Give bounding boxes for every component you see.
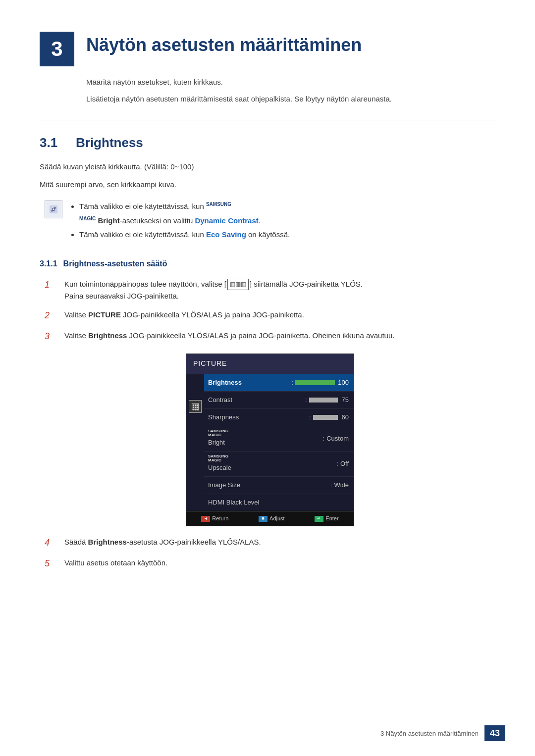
step-num-4: 4 [45, 536, 59, 550]
contrast-bar [309, 398, 338, 403]
chapter-desc2: Lisätietoja näytön asetusten määrittämis… [86, 93, 495, 105]
subsection-311-header: 3.1.1 Brightness-asetusten säätö [40, 257, 495, 270]
brightness-bar [295, 380, 335, 385]
svg-rect-2 [193, 404, 194, 406]
adjust-label: Adjust [269, 514, 285, 523]
dynamic-contrast-link[interactable]: Dynamic Contrast [195, 216, 258, 225]
chapter-header: 3 Näytön asetusten määrittäminen [40, 30, 495, 66]
eco-saving-link[interactable]: Eco Saving [206, 230, 246, 239]
para2: Mitä suurempi arvo, sen kirkkaampi kuva. [40, 178, 495, 191]
jog-symbol: ▥▥▥ [227, 279, 249, 290]
menu-value-sharpness: 60 [313, 412, 349, 423]
step-2: 2 Valitse PICTURE JOG-painikkeella YLÖS/… [45, 309, 495, 323]
adjust-icon: ■ [259, 516, 268, 522]
step-num-3: 3 [45, 329, 59, 344]
menu-item-sharpness: Sharpness : 60 [204, 409, 354, 426]
chapter-title: Näytön asetusten määrittäminen [86, 35, 362, 55]
menu-item-magic-bright: SAMSUNGMAGIC Bright : Custom [204, 426, 354, 452]
return-label: Return [212, 514, 228, 523]
menu-label-brightness: Brightness [208, 377, 289, 388]
picture-menu-wrapper: PICTURE [45, 353, 495, 526]
svg-rect-7 [197, 406, 199, 408]
steps-list: 1 Kun toimintonäppäinopas tulee näyttöön… [45, 278, 495, 571]
footer-btn-return: ◄ Return [201, 514, 228, 523]
step-text-5: Valittu asetus otetaan käyttöön. [64, 557, 495, 569]
svg-rect-8 [193, 409, 194, 410]
step-text-2: Valitse PICTURE JOG-painikkeella YLÖS/AL… [64, 309, 495, 321]
note-item-2: Tämä valikko ei ole käytettävissä, kun E… [79, 228, 290, 242]
step-5: 5 Valittu asetus otetaan käyttöön. [45, 557, 495, 571]
picture-menu-left [186, 374, 204, 511]
footer-page-number: 43 [484, 725, 505, 741]
menu-label-image-size: Image Size [208, 480, 328, 491]
picture-menu-body: Brightness : 100 [186, 374, 354, 511]
svg-rect-10 [197, 409, 199, 410]
page: 3 Näytön asetusten määrittäminen Määritä… [0, 0, 535, 756]
menu-label-sharpness: Sharpness [208, 412, 307, 423]
step-text-3: Valitse Brightness JOG-painikkeella YLÖS… [64, 330, 495, 342]
enter-label: Enter [325, 514, 338, 523]
step-text-4: Säädä Brightness-asetusta JOG-painikkeel… [64, 536, 495, 548]
section-title: Brightness [76, 135, 143, 151]
menu-label-magic-bright: SAMSUNGMAGIC Bright [208, 429, 321, 448]
svg-rect-5 [193, 406, 194, 408]
sharpness-bar [313, 415, 338, 420]
section-31-header: 3.1 Brightness [40, 135, 495, 151]
step-text-1: Kun toimintonäppäinopas tulee näyttöön, … [64, 278, 495, 302]
menu-value-magic-bright: Custom [326, 433, 349, 444]
picture-menu-title: PICTURE [186, 354, 354, 374]
picture-menu-footer: ◄ Return ■ Adjust ↵ Enter [186, 511, 354, 526]
menu-item-hdmi: HDMI Black Level [204, 494, 354, 511]
note-block: Tämä valikko ei ole käytettävissä, kun S… [45, 200, 495, 242]
menu-value-brightness: 100 [295, 377, 349, 388]
svg-rect-4 [197, 404, 199, 406]
section-body: Säädä kuvan yleistä kirkkautta. (Välillä… [40, 160, 495, 571]
menu-value-contrast: 75 [309, 395, 349, 405]
note-list: Tämä valikko ei ole käytettävissä, kun S… [69, 200, 290, 242]
svg-rect-3 [195, 404, 197, 406]
section-number: 3.1 [40, 135, 67, 151]
menu-item-brightness: Brightness : 100 [204, 374, 354, 392]
menu-value-magic-upscale: Off [340, 458, 349, 469]
note-icon [45, 201, 62, 218]
menu-item-image-size: Image Size : Wide [204, 477, 354, 494]
step-1: 1 Kun toimintonäppäinopas tulee näyttöön… [45, 278, 495, 302]
jog-grid-icon [192, 404, 199, 411]
step-num-2: 2 [45, 308, 59, 323]
svg-rect-9 [195, 409, 197, 410]
pencil-icon [48, 204, 59, 215]
step-num-5: 5 [45, 556, 59, 571]
step-num-1: 1 [45, 278, 59, 292]
divider [40, 120, 495, 120]
para1: Säädä kuvan yleistä kirkkautta. (Välillä… [40, 160, 495, 173]
menu-item-magic-upscale: SAMSUNGMAGIC Upscale : Off [204, 452, 354, 477]
jog-inner [192, 403, 199, 410]
footer-btn-enter: ↵ Enter [315, 514, 338, 523]
subsection-title: Brightness-asetusten säätö [63, 257, 167, 270]
enter-icon: ↵ [315, 516, 323, 522]
step-3: 3 Valitse Brightness JOG-painikkeella YL… [45, 330, 495, 344]
page-footer: 3 Näytön asetusten määrittäminen 43 [380, 725, 505, 741]
subsection-number: 3.1.1 [40, 257, 57, 270]
menu-label-contrast: Contrast [208, 395, 303, 405]
return-icon: ◄ [201, 516, 210, 522]
menu-item-contrast: Contrast : 75 [204, 392, 354, 409]
picture-menu-items: Brightness : 100 [204, 374, 354, 511]
footer-chapter-text: 3 Näytön asetusten määrittäminen [380, 730, 479, 737]
chapter-number: 3 [40, 32, 74, 66]
svg-point-1 [53, 208, 54, 210]
menu-value-image-size: Wide [334, 480, 349, 491]
footer-btn-adjust: ■ Adjust [259, 514, 285, 523]
chapter-desc1: Määritä näytön asetukset, kuten kirkkaus… [86, 76, 495, 88]
svg-rect-6 [195, 406, 197, 408]
jog-menu-icon [189, 400, 202, 413]
step-4: 4 Säädä Brightness-asetusta JOG-painikke… [45, 536, 495, 550]
menu-label-hdmi: HDMI Black Level [208, 497, 349, 508]
note-item-1: Tämä valikko ei ole käytettävissä, kun S… [79, 200, 290, 228]
picture-menu: PICTURE [186, 353, 354, 526]
menu-label-magic-upscale: SAMSUNGMAGIC Upscale [208, 454, 334, 473]
